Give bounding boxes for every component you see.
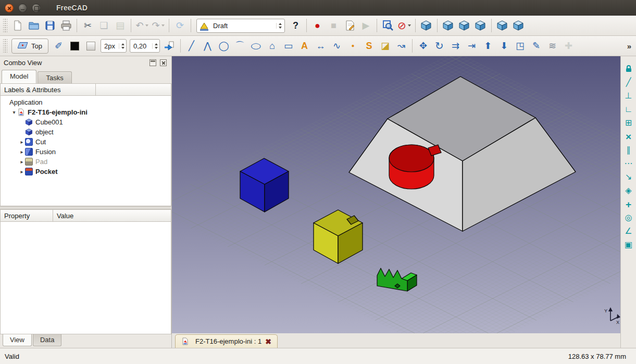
line-width-spinbox[interactable]: 2px	[101, 39, 127, 53]
window-close-button[interactable]	[5, 4, 14, 12]
snap-perpendicular-toggle[interactable]: ∟	[622, 104, 634, 115]
whats-this-button[interactable]: ?	[288, 18, 303, 33]
dropdown-arrow-icon[interactable]	[408, 24, 411, 27]
view-isometric-button[interactable]	[419, 18, 434, 33]
snap-grid-toggle[interactable]: ⊞	[622, 117, 634, 129]
draft-shape2dview-tool[interactable]: ≋	[545, 38, 560, 54]
snap-parallel-toggle[interactable]: ∥	[622, 144, 634, 156]
view-right-button[interactable]	[473, 18, 488, 33]
snap-working-plane-toggle[interactable]: ▣	[622, 239, 634, 250]
tree-item-label: Pocket	[35, 168, 58, 175]
snap-ortho-toggle[interactable]: ◈	[622, 185, 634, 196]
snap-midpoint-toggle[interactable]: ⊥	[622, 90, 634, 102]
view-rear-button[interactable]	[495, 18, 510, 33]
toolbar-handle[interactable]	[3, 18, 7, 33]
expand-arrow-icon[interactable]: ▸	[19, 169, 25, 174]
3d-viewport[interactable]: Y X	[172, 56, 620, 333]
tab-tasks[interactable]: Tasks	[38, 71, 71, 83]
tab-data[interactable]: Data	[33, 334, 61, 346]
draft-facebinder-tool[interactable]: ◪	[378, 38, 393, 54]
draft-wire-tool[interactable]: ⋀	[200, 38, 215, 54]
snap-extension-toggle[interactable]: ⋯	[622, 158, 634, 169]
save-document-button[interactable]	[42, 18, 57, 33]
tree-item-cut[interactable]: ▸Cut	[1, 137, 171, 147]
draft-point-tool[interactable]: ●	[345, 38, 360, 54]
draft-offset-tool[interactable]: ⇉	[448, 38, 463, 54]
property-column-header[interactable]: Property	[1, 210, 53, 221]
draft-ellipse-tool[interactable]: ◯	[248, 38, 264, 54]
snap-endpoint-toggle[interactable]: ╱	[622, 77, 634, 88]
snap-lock-toggle[interactable]	[622, 63, 634, 74]
tab-model[interactable]: Model	[2, 70, 36, 83]
tree-item-cube001[interactable]: Cube001	[1, 117, 171, 127]
draft-dimension-tool[interactable]: ↔	[313, 38, 328, 54]
expand-arrow-icon[interactable]: ▸	[19, 149, 25, 155]
draft-rotate-tool[interactable]: ↻	[432, 38, 447, 54]
workbench-selector-spinner[interactable]	[276, 23, 282, 29]
face-color-swatch[interactable]	[83, 38, 98, 54]
snap-intersection-toggle[interactable]: ×	[622, 131, 634, 142]
macro-record-button[interactable]: ●	[310, 18, 325, 33]
tree-item-f2-t16-ejemplo-ini[interactable]: ▾F2-T16-ejemplo-ini	[1, 107, 171, 117]
value-column-header[interactable]: Value	[53, 210, 77, 221]
draft-arc-tool[interactable]: ⌒	[232, 38, 247, 54]
print-button[interactable]	[58, 18, 73, 33]
draw-style-button[interactable]: ⊘	[396, 18, 412, 33]
property-table-body[interactable]	[0, 222, 171, 334]
workbench-selector[interactable]: Draft	[196, 19, 285, 33]
snap-special-toggle[interactable]: +	[622, 198, 634, 210]
text-scale-spinbox[interactable]: 0,20	[130, 39, 160, 53]
tree-item-fusion[interactable]: ▸Fusion	[1, 147, 171, 157]
apply-current-style-button[interactable]	[162, 38, 177, 54]
expand-arrow-icon[interactable]: ▸	[19, 159, 25, 165]
window-maximize-button[interactable]	[32, 4, 41, 12]
line-color-swatch[interactable]	[67, 38, 82, 54]
tree-item-pocket[interactable]: ▸Pocket	[1, 167, 171, 177]
dropdown-arrow-icon[interactable]	[161, 24, 165, 27]
new-document-button[interactable]	[10, 18, 25, 33]
draft-upgrade-tool[interactable]: ⬆	[480, 38, 495, 54]
model-tree[interactable]: Application▾F2-T16-ejemplo-iniCube001obj…	[0, 96, 171, 206]
draft-downgrade-tool[interactable]: ⬇	[496, 38, 512, 54]
working-plane-button[interactable]: Top	[11, 39, 48, 54]
draft-polygon-tool[interactable]: ⌂	[265, 38, 280, 54]
draft-bspline-tool[interactable]: ∿	[329, 38, 344, 54]
toolbar-overflow-chevron[interactable]: »	[627, 42, 634, 51]
draft-move-tool[interactable]: ✥	[416, 38, 431, 54]
panel-close-icon[interactable]	[160, 59, 167, 66]
draft-bezier-tool[interactable]: ↝	[394, 38, 409, 54]
tree-item-application[interactable]: Application	[1, 97, 171, 107]
draft-edit-tool[interactable]: ✎	[529, 38, 544, 54]
snap-near-toggle[interactable]: ↘	[622, 171, 634, 183]
view-front-button[interactable]	[441, 18, 456, 33]
cut-button[interactable]: ✂	[80, 18, 95, 33]
toggle-construction-mode-button[interactable]: ✐	[51, 38, 66, 54]
tree-item-pad[interactable]: ▸Pad	[1, 157, 171, 167]
tab-view[interactable]: View	[3, 334, 32, 346]
draft-circle-tool[interactable]: ◯	[216, 38, 231, 54]
tree-item-object[interactable]: object	[1, 127, 171, 137]
macro-edit-button[interactable]	[342, 18, 357, 33]
view-top-button[interactable]	[457, 18, 472, 33]
close-document-tab-icon[interactable]: ✖	[265, 338, 271, 345]
view-left-button[interactable]	[511, 18, 526, 33]
3d-scene[interactable]: Y X	[172, 56, 620, 333]
draft-scale-tool[interactable]: ◳	[513, 38, 528, 54]
dropdown-arrow-icon[interactable]	[145, 24, 148, 27]
draft-shapestring-tool[interactable]: S	[361, 38, 377, 54]
collapse-arrow-icon[interactable]: ▾	[11, 109, 17, 115]
toolbar-handle[interactable]	[3, 39, 7, 53]
fit-all-button[interactable]	[380, 18, 395, 33]
open-document-button[interactable]	[26, 18, 41, 33]
draft-trimex-tool[interactable]: ⇥	[464, 38, 479, 54]
draft-text-tool[interactable]: A	[297, 38, 312, 54]
document-tab[interactable]: F2-T16-ejemplo-ini : 1 ✖	[175, 334, 278, 348]
expand-arrow-icon[interactable]: ▸	[19, 139, 25, 145]
window-minimize-button[interactable]	[18, 4, 27, 12]
window-titlebar[interactable]: FreeCAD	[0, 0, 636, 16]
draft-line-tool[interactable]: ╱	[184, 38, 199, 54]
snap-dimensions-toggle[interactable]: ∠	[622, 225, 634, 237]
snap-center-toggle[interactable]: ◎	[622, 212, 634, 223]
draft-rectangle-tool[interactable]: ▭	[281, 38, 296, 54]
panel-float-icon[interactable]	[149, 59, 156, 66]
